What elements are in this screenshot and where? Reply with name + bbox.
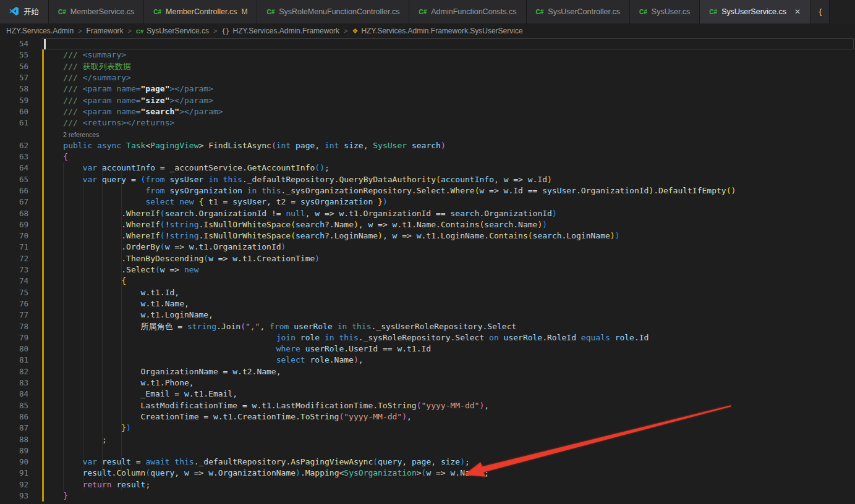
line-number[interactable]: 56 <box>0 61 28 72</box>
line-number[interactable]: 92 <box>0 479 28 490</box>
tab-sysuser-controller[interactable]: C#SysUserController.cs <box>527 0 631 23</box>
code-line-text[interactable]: .Select(w => new <box>44 264 198 275</box>
code-line-text[interactable]: { <box>44 151 68 162</box>
code-line-text[interactable]: return result; <box>44 479 150 490</box>
code-editor[interactable]: 5455 /// <summary>56 /// 获取列表数据57 /// </… <box>0 38 855 504</box>
code-line-text[interactable]: } <box>44 490 68 502</box>
code-line-text[interactable]: /// </summary> <box>44 72 131 83</box>
line-number[interactable]: 69 <box>0 219 28 230</box>
code-line-text[interactable]: var query = (from sysUser in this._defau… <box>44 174 552 185</box>
code-line-text[interactable]: OrganizationName = w.t2.Name, <box>44 366 281 377</box>
code-line-text[interactable]: ; <box>44 434 107 445</box>
code-line-text[interactable]: result.Column(query, w => w.Organization… <box>44 468 489 479</box>
code-line-text[interactable]: var accountInfo = _accountService.GetAcc… <box>44 162 330 174</box>
code-token: async <box>97 141 121 150</box>
code-line-text[interactable]: w.t1.Phone, <box>44 377 194 388</box>
code-line-text[interactable]: select new { t1 = sysUser, t2 = sysOrgan… <box>44 196 388 208</box>
tab-adminfunctionconsts[interactable]: C#AdminFunctionConsts.cs <box>409 0 526 23</box>
line-number[interactable]: 71 <box>0 242 28 253</box>
code-line-text[interactable]: select role.Name), <box>44 355 364 366</box>
line-number[interactable]: 74 <box>0 275 28 287</box>
code-line-text[interactable]: { <box>44 275 126 287</box>
code-token: AsPagingViewAsync <box>291 457 373 466</box>
code-line-text[interactable]: w.t1.LoginName, <box>44 309 213 321</box>
line-number[interactable]: 91 <box>0 468 28 479</box>
code-line-text[interactable]: /// <summary> <box>44 49 126 61</box>
code-line-text[interactable]: /// <param name="page"></param> <box>44 83 213 94</box>
code-line-text[interactable]: public async Task<PagingView> FindListAs… <box>44 140 446 151</box>
line-number[interactable]: 57 <box>0 72 28 83</box>
tab-sysuser-service[interactable]: C#SysUserService.cs✕ <box>700 0 810 23</box>
line-number[interactable]: 79 <box>0 332 28 343</box>
code-line-text[interactable]: CreationTime = w.t1.CreationTime.ToStrin… <box>44 411 412 422</box>
line-number[interactable]: 88 <box>0 434 28 445</box>
line-number[interactable]: 85 <box>0 400 28 411</box>
code-line-text[interactable]: LastModificationTime = w.t1.LastModifica… <box>44 400 489 411</box>
code-line-text[interactable]: .ThenByDescending(w => w.t1.CreationTime… <box>44 253 320 264</box>
tab-start[interactable]: 开始 <box>0 0 49 23</box>
line-number[interactable]: 82 <box>0 366 28 377</box>
breadcrumb-item-project[interactable]: HZY.Services.Admin <box>6 27 74 35</box>
codelens-references[interactable]: 2 references <box>63 130 99 140</box>
line-number[interactable]: 55 <box>0 49 28 61</box>
line-number[interactable]: 87 <box>0 422 28 434</box>
tab-sysrolemenufunction-controller[interactable]: C#SysRoleMenuFunctionController.cs <box>257 0 409 23</box>
tab-overflow-partial[interactable]: { <box>810 0 830 23</box>
line-number[interactable]: 64 <box>0 162 28 174</box>
code-token: = <box>131 457 145 466</box>
code-token: DefaultIfEmpty <box>658 186 726 195</box>
line-number[interactable]: 84 <box>0 388 28 400</box>
breadcrumb-item-folder[interactable]: Framework <box>87 27 124 35</box>
code-line-text[interactable]: var result = await this._defaultReposito… <box>44 456 470 468</box>
line-number[interactable]: 60 <box>0 106 28 117</box>
line-number[interactable]: 66 <box>0 185 28 196</box>
code-line-text[interactable]: .WhereIf(!string.IsNullOrWhiteSpace(sear… <box>44 230 619 242</box>
close-icon[interactable]: ✕ <box>794 7 801 16</box>
line-number[interactable]: 90 <box>0 456 28 468</box>
code-line-text[interactable]: }) <box>44 422 131 434</box>
line-number[interactable]: 75 <box>0 287 28 298</box>
line-number[interactable]: 81 <box>0 355 28 366</box>
line-number[interactable]: 86 <box>0 411 28 422</box>
code-line-text[interactable]: /// 获取列表数据 <box>44 61 131 72</box>
line-number[interactable]: 62 <box>0 140 28 151</box>
tab-member-controller[interactable]: C#MemberController.csM <box>144 0 257 23</box>
line-number[interactable]: 78 <box>0 321 28 332</box>
code-line-text[interactable]: w.t1.Name, <box>44 298 189 309</box>
tab-member-service[interactable]: C#MemberService.cs <box>49 0 144 23</box>
line-number[interactable]: 61 <box>0 117 28 128</box>
breadcrumb-item-class[interactable]: ❖HZY.Services.Admin.Framework.SysUserSer… <box>352 27 523 35</box>
line-number[interactable]: 76 <box>0 298 28 309</box>
breadcrumb-item-file[interactable]: C#SysUserService.cs <box>136 27 209 35</box>
line-number[interactable]: 67 <box>0 196 28 208</box>
line-number[interactable]: 63 <box>0 151 28 162</box>
code-line-text[interactable]: /// <param name="size"></param> <box>44 95 213 106</box>
tab-sysuser[interactable]: C#SysUser.cs <box>630 0 700 23</box>
line-number[interactable]: 54 <box>0 38 28 49</box>
line-number[interactable]: 70 <box>0 230 28 242</box>
code-line-text[interactable]: 所属角色 = string.Join(",", from userRole in… <box>44 321 516 332</box>
line-number[interactable]: 83 <box>0 377 28 388</box>
code-token: from <box>145 175 164 184</box>
line-number[interactable]: 93 <box>0 490 28 502</box>
line-number[interactable]: 80 <box>0 343 28 355</box>
line-number[interactable]: 65 <box>0 174 28 185</box>
line-number[interactable]: 58 <box>0 83 28 94</box>
code-line-text[interactable]: .OrderBy(w => w.t1.OrganizationId) <box>44 242 286 253</box>
code-line-text[interactable]: w.t1.Id, <box>44 287 179 298</box>
code-line-text[interactable]: /// <returns></returns> <box>44 117 174 128</box>
line-number[interactable]: 72 <box>0 253 28 264</box>
line-number[interactable]: 77 <box>0 309 28 321</box>
line-number[interactable]: 68 <box>0 208 28 219</box>
line-number[interactable]: 73 <box>0 264 28 275</box>
code-line-text[interactable]: .WhereIf(search.OrganizationId != null, … <box>44 208 557 219</box>
line-number[interactable]: 59 <box>0 95 28 106</box>
breadcrumb-item-namespace[interactable]: {}HZY.Services.Admin.Framework <box>221 27 339 35</box>
code-line-text[interactable]: _Email = w.t1.Email, <box>44 388 237 400</box>
code-line-text[interactable]: .WhereIf(!string.IsNullOrWhiteSpace(sear… <box>44 219 547 230</box>
code-line-text[interactable]: from sysOrganization in this._sysOrganiz… <box>44 185 736 196</box>
code-line-text[interactable]: where userRole.UserId == w.t1.Id <box>44 343 431 355</box>
code-line-text[interactable]: /// <param name="search"></param> <box>44 106 223 117</box>
code-line-text[interactable]: join role in this._sysRoleRepository.Sel… <box>44 332 649 343</box>
line-number[interactable]: 89 <box>0 445 28 456</box>
